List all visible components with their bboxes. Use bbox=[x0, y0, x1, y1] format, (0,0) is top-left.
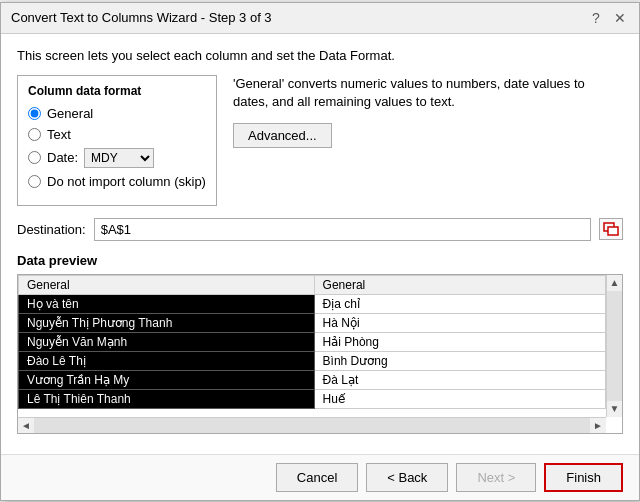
destination-input[interactable] bbox=[94, 218, 591, 241]
advanced-button[interactable]: Advanced... bbox=[233, 123, 332, 148]
scroll-track-h bbox=[34, 418, 590, 433]
radio-date[interactable] bbox=[28, 151, 41, 164]
destination-row: Destination: bbox=[17, 218, 623, 241]
content-area: This screen lets you select each column … bbox=[1, 34, 639, 454]
table-row: Lê Thị Thiên Thanh Huế bbox=[19, 389, 606, 408]
scroll-right-arrow[interactable]: ► bbox=[590, 417, 606, 433]
horizontal-scrollbar[interactable]: ◄ ► bbox=[18, 417, 606, 433]
destination-icon-button[interactable] bbox=[599, 218, 623, 240]
dialog-title: Convert Text to Columns Wizard - Step 3 … bbox=[11, 10, 272, 25]
cell-col2-row4: Bình Dương bbox=[314, 351, 605, 370]
radio-general[interactable] bbox=[28, 107, 41, 120]
cell-col1-row2: Nguyễn Thị Phương Thanh bbox=[19, 313, 315, 332]
cell-col2-row5: Đà Lạt bbox=[314, 370, 605, 389]
preview-table: General General Họ và tên Địa chỉ Nguyễn… bbox=[18, 275, 606, 409]
cell-col2-row1: Địa chỉ bbox=[314, 294, 605, 313]
preview-container: General General Họ và tên Địa chỉ Nguyễn… bbox=[17, 274, 623, 434]
finish-button[interactable]: Finish bbox=[544, 463, 623, 492]
radio-general-label: General bbox=[47, 106, 93, 121]
cell-col1-row5: Vương Trần Hạ My bbox=[19, 370, 315, 389]
right-panel: 'General' converts numeric values to num… bbox=[233, 75, 623, 206]
radio-text-label: Text bbox=[47, 127, 71, 142]
radio-date-label: Date: bbox=[47, 150, 78, 165]
cancel-button[interactable]: Cancel bbox=[276, 463, 358, 492]
svg-rect-1 bbox=[608, 227, 618, 235]
cell-col2-row2: Hà Nội bbox=[314, 313, 605, 332]
help-button[interactable]: ? bbox=[587, 9, 605, 27]
radio-date-row: Date: MDY DMY YMD MYD DYM YDM bbox=[28, 148, 206, 168]
radio-skip-row: Do not import column (skip) bbox=[28, 174, 206, 189]
scroll-left-arrow[interactable]: ◄ bbox=[18, 417, 34, 433]
description-text: This screen lets you select each column … bbox=[17, 48, 623, 63]
close-button[interactable]: ✕ bbox=[611, 9, 629, 27]
radio-text-row: Text bbox=[28, 127, 206, 142]
data-preview-title: Data preview bbox=[17, 253, 623, 268]
table-row: Nguyễn Thị Phương Thanh Hà Nội bbox=[19, 313, 606, 332]
column-format-title: Column data format bbox=[28, 84, 206, 98]
left-panel: Column data format General Text Date: MD… bbox=[17, 75, 217, 206]
table-row: Vương Trần Hạ My Đà Lạt bbox=[19, 370, 606, 389]
dialog: Convert Text to Columns Wizard - Step 3 … bbox=[0, 2, 640, 501]
radio-skip[interactable] bbox=[28, 175, 41, 188]
cell-col1-row1: Họ và tên bbox=[19, 294, 315, 313]
preview-inner: General General Họ và tên Địa chỉ Nguyễn… bbox=[18, 275, 606, 417]
radio-text[interactable] bbox=[28, 128, 41, 141]
column-format-group: Column data format General Text Date: MD… bbox=[17, 75, 217, 206]
title-bar-controls: ? ✕ bbox=[587, 9, 629, 27]
scroll-up-arrow[interactable]: ▲ bbox=[607, 275, 623, 291]
table-row: Họ và tên Địa chỉ bbox=[19, 294, 606, 313]
back-button[interactable]: < Back bbox=[366, 463, 448, 492]
data-preview-section: Data preview General General Họ và tên bbox=[17, 253, 623, 434]
cell-col1-row3: Nguyễn Văn Mạnh bbox=[19, 332, 315, 351]
cell-col2-row3: Hải Phòng bbox=[314, 332, 605, 351]
scroll-down-arrow[interactable]: ▼ bbox=[607, 401, 623, 417]
radio-skip-label: Do not import column (skip) bbox=[47, 174, 206, 189]
table-row: Nguyễn Văn Mạnh Hải Phòng bbox=[19, 332, 606, 351]
next-button[interactable]: Next > bbox=[456, 463, 536, 492]
vertical-scrollbar[interactable]: ▲ ▼ bbox=[606, 275, 622, 417]
date-select[interactable]: MDY DMY YMD MYD DYM YDM bbox=[84, 148, 154, 168]
col-header-2: General bbox=[314, 275, 605, 294]
scroll-track-v bbox=[607, 291, 622, 401]
radio-general-row: General bbox=[28, 106, 206, 121]
col-header-1: General bbox=[19, 275, 315, 294]
destination-label: Destination: bbox=[17, 222, 86, 237]
footer: Cancel < Back Next > Finish bbox=[1, 454, 639, 500]
general-description: 'General' converts numeric values to num… bbox=[233, 75, 623, 111]
cell-col2-row6: Huế bbox=[314, 389, 605, 408]
cell-col1-row4: Đào Lê Thị bbox=[19, 351, 315, 370]
cell-col1-row6: Lê Thị Thiên Thanh bbox=[19, 389, 315, 408]
title-bar: Convert Text to Columns Wizard - Step 3 … bbox=[1, 3, 639, 34]
main-area: Column data format General Text Date: MD… bbox=[17, 75, 623, 206]
table-row: Đào Lê Thị Bình Dương bbox=[19, 351, 606, 370]
